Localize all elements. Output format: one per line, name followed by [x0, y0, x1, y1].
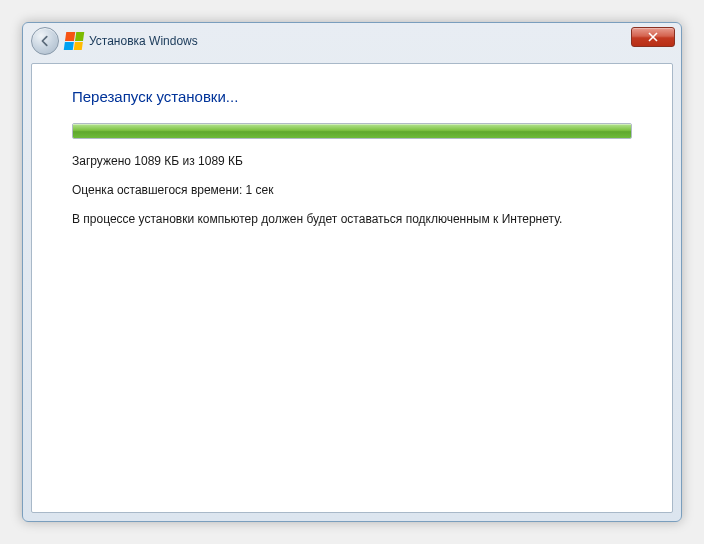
download-status: Загружено 1089 КБ из 1089 КБ — [72, 153, 632, 170]
content-area: Перезапуск установки... Загружено 1089 К… — [31, 63, 673, 513]
back-arrow-icon — [38, 34, 52, 48]
connection-note: В процессе установки компьютер должен бу… — [72, 211, 632, 228]
close-icon — [648, 32, 658, 42]
time-remaining: Оценка оставшегося времени: 1 сек — [72, 182, 632, 199]
close-button[interactable] — [631, 27, 675, 47]
installer-window: Установка Windows Перезапуск установки..… — [22, 22, 682, 522]
windows-logo-icon — [64, 32, 85, 50]
window-title: Установка Windows — [89, 34, 198, 48]
back-button[interactable] — [31, 27, 59, 55]
progress-fill — [73, 124, 631, 138]
progress-bar — [72, 123, 632, 139]
page-heading: Перезапуск установки... — [72, 88, 632, 105]
titlebar: Установка Windows — [23, 23, 681, 59]
